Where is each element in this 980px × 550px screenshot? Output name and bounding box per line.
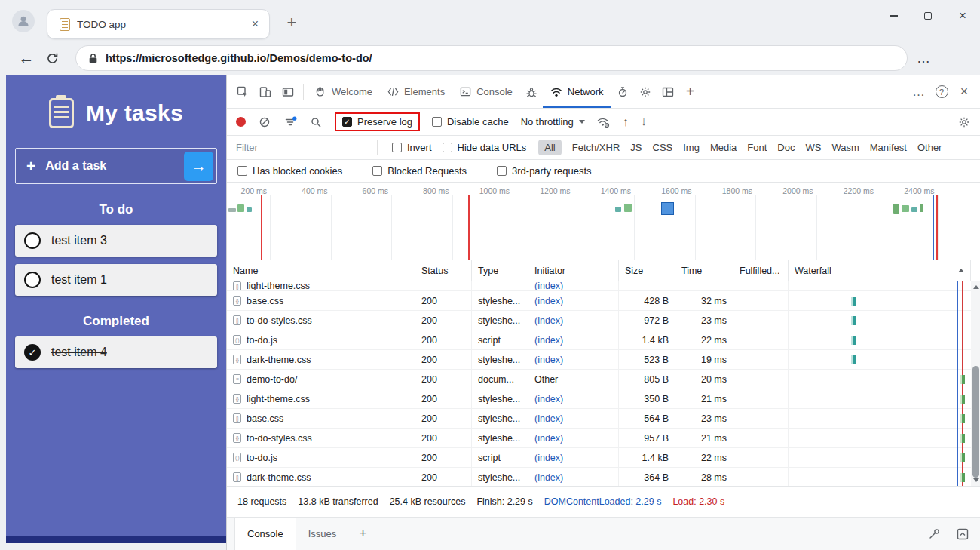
network-request-row[interactable]: {}to-do-styles.css200styleshe...(index)9… xyxy=(227,429,971,448)
request-name[interactable]: demo-to-do/ xyxy=(247,374,297,385)
column-header-status[interactable]: Status xyxy=(415,260,472,281)
checkbox-3rd-party-requests[interactable]: 3rd-party requests xyxy=(497,165,592,177)
filter-chip-wasm[interactable]: Wasm xyxy=(831,142,859,153)
checkbox-unchecked-icon[interactable] xyxy=(237,166,247,176)
network-request-row[interactable]: {}base.css200styleshe...(index)428 B32 m… xyxy=(227,291,971,311)
add-task-submit-button[interactable]: → xyxy=(184,152,213,181)
tab-welcome[interactable]: Welcome xyxy=(308,75,380,108)
checkbox-unchecked-icon[interactable] xyxy=(432,117,442,127)
drawer-tab-console[interactable]: Console xyxy=(234,518,296,550)
unchecked-circle-icon[interactable] xyxy=(24,272,41,288)
checkbox-unchecked-icon[interactable] xyxy=(443,143,452,152)
todo-item[interactable]: ✓test item 4 xyxy=(15,336,217,368)
browser-tab[interactable]: TODO app × xyxy=(47,9,270,39)
filter-icon[interactable] xyxy=(283,110,297,134)
close-devtools-icon[interactable]: × xyxy=(953,80,975,104)
address-bar[interactable]: https://microsoftedge.github.io/Demos/de… xyxy=(75,45,908,71)
tab-console[interactable]: Console xyxy=(452,75,520,108)
checkbox-unchecked-icon[interactable] xyxy=(372,166,382,176)
request-initiator-cell[interactable]: (index) xyxy=(528,409,619,428)
network-request-row[interactable]: ≡demo-to-do/200docum...Other805 B20 ms xyxy=(227,370,971,389)
filter-chip-media[interactable]: Media xyxy=(710,142,737,153)
import-har-icon[interactable]: ↑ xyxy=(623,116,629,128)
checkbox-unchecked-icon[interactable] xyxy=(392,143,402,152)
refresh-button[interactable] xyxy=(39,45,65,71)
request-initiator-cell[interactable]: (index) xyxy=(528,468,619,486)
device-emulation-icon[interactable] xyxy=(254,80,277,104)
request-name[interactable]: dark-theme.css xyxy=(247,472,311,483)
request-name[interactable]: dark-theme.css xyxy=(247,355,311,365)
filter-chip-img[interactable]: Img xyxy=(683,142,700,153)
performance-icon[interactable] xyxy=(611,80,634,104)
request-name[interactable]: to-do-styles.css xyxy=(247,315,312,326)
network-request-row[interactable]: {}dark-theme.css200styleshe...(index)364… xyxy=(227,468,971,486)
url-text[interactable]: https://microsoftedge.github.io/Demos/de… xyxy=(106,52,372,64)
settings-gear-icon[interactable] xyxy=(634,80,657,104)
back-button[interactable]: ← xyxy=(14,45,39,71)
request-initiator-cell[interactable]: (index) xyxy=(528,389,619,408)
filter-chip-manifest[interactable]: Manifest xyxy=(870,142,907,153)
filter-chip-all[interactable]: All xyxy=(538,140,561,155)
request-initiator-cell[interactable]: (index) xyxy=(528,350,619,369)
todo-item[interactable]: test item 1 xyxy=(15,264,217,296)
record-network-log-icon[interactable] xyxy=(236,117,246,127)
request-initiator-cell[interactable]: (index) xyxy=(528,311,619,330)
request-name[interactable]: base.css xyxy=(247,413,283,424)
checkbox-blocked-requests[interactable]: Blocked Requests xyxy=(372,165,467,177)
browser-menu-icon[interactable]: … xyxy=(917,51,930,66)
network-request-row[interactable]: ( )to-do.js200script(index)1.4 kB22 ms xyxy=(227,330,971,350)
export-har-icon[interactable]: ↓ xyxy=(641,115,647,128)
network-request-row[interactable]: ( )to-do.js200script(index)1.4 kB22 ms xyxy=(227,448,971,468)
request-name[interactable]: base.css xyxy=(247,296,283,306)
new-tab-button[interactable]: + xyxy=(280,11,303,34)
network-request-row[interactable]: {}light-theme.css200styleshe...(index)35… xyxy=(227,389,971,409)
network-request-row[interactable]: {}to-do-styles.css200styleshe...(index)9… xyxy=(227,311,971,330)
column-header-name[interactable]: Name xyxy=(227,260,415,281)
add-devtools-tab-icon[interactable]: + xyxy=(679,80,702,104)
filter-chip-fetch-xhr[interactable]: Fetch/XHR xyxy=(572,142,620,153)
preserve-log-checkbox[interactable]: ✓ Preserve log xyxy=(335,112,420,131)
network-request-row[interactable]: {}dark-theme.css200styleshe...(index)523… xyxy=(227,350,971,370)
scrollbar-thumb[interactable] xyxy=(972,366,979,478)
throttling-select[interactable]: No throttling xyxy=(521,116,585,128)
request-initiator-cell[interactable]: (index) xyxy=(528,291,619,310)
filter-chip-other[interactable]: Other xyxy=(917,142,942,153)
column-header-initiator[interactable]: Initiator xyxy=(528,260,619,281)
column-header-time[interactable]: Time xyxy=(675,260,733,281)
filter-chip-css[interactable]: CSS xyxy=(653,142,673,153)
scroll-up-icon[interactable] xyxy=(973,285,979,289)
clear-network-log-icon[interactable] xyxy=(258,110,271,134)
unchecked-circle-icon[interactable] xyxy=(24,232,41,249)
close-window-button[interactable]: × xyxy=(945,0,980,32)
filter-chip-doc[interactable]: Doc xyxy=(777,142,795,153)
network-request-row[interactable]: {}light-theme.css(index) xyxy=(227,281,971,291)
network-settings-gear-icon[interactable] xyxy=(957,110,971,134)
network-conditions-icon[interactable] xyxy=(597,110,611,134)
search-icon[interactable] xyxy=(309,110,323,134)
tab-elements[interactable]: Elements xyxy=(380,75,452,108)
tab-close-icon[interactable]: × xyxy=(249,17,262,31)
network-overview-timeline[interactable]: 200 ms400 ms600 ms800 ms1000 ms1200 ms14… xyxy=(227,183,980,260)
filter-input[interactable] xyxy=(236,142,363,153)
help-icon[interactable]: ? xyxy=(930,80,953,104)
request-initiator-cell[interactable]: (index) xyxy=(528,281,619,290)
todo-item[interactable]: test item 3 xyxy=(15,225,217,257)
table-scrollbar[interactable] xyxy=(971,281,980,486)
checkbox-unchecked-icon[interactable] xyxy=(497,166,507,176)
drawer-tools-icon[interactable] xyxy=(923,522,945,546)
expand-drawer-icon[interactable] xyxy=(951,522,974,546)
column-header-type[interactable]: Type xyxy=(472,260,528,281)
scroll-down-icon[interactable] xyxy=(973,478,979,482)
bug-icon[interactable] xyxy=(520,80,543,104)
drawer-tab-issues[interactable]: Issues xyxy=(296,518,349,550)
request-initiator-cell[interactable]: (index) xyxy=(528,429,619,447)
network-request-row[interactable]: {}base.css200styleshe...(index)564 B23 m… xyxy=(227,409,971,429)
request-name[interactable]: light-theme.css xyxy=(247,281,310,290)
column-header-size[interactable]: Size xyxy=(619,260,675,281)
request-name[interactable]: to-do-styles.css xyxy=(247,433,312,444)
profile-avatar[interactable] xyxy=(12,10,35,32)
request-name[interactable]: to-do.js xyxy=(247,335,277,346)
checkbox-checked-icon[interactable]: ✓ xyxy=(342,117,352,127)
checked-circle-icon[interactable]: ✓ xyxy=(24,344,41,361)
request-initiator-cell[interactable]: (index) xyxy=(528,448,619,467)
